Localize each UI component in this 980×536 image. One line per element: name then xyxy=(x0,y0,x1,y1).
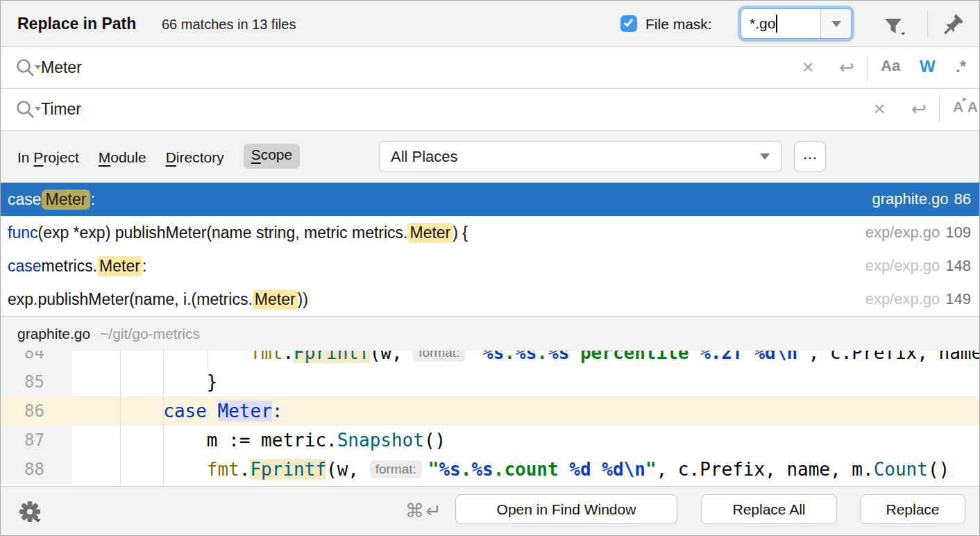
replace-icon[interactable] xyxy=(15,99,42,121)
code-token: %s xyxy=(548,351,569,363)
code-line[interactable]: 86 case Meter: xyxy=(1,396,979,426)
regex-toggle[interactable]: .* xyxy=(956,57,965,76)
result-text-segment: Meter xyxy=(253,290,298,310)
clear-replace-icon[interactable]: × xyxy=(874,98,885,120)
scope-option[interactable]: Module xyxy=(99,146,146,169)
result-location: exp/exp.go148 xyxy=(865,257,971,275)
code-text: } xyxy=(72,371,218,392)
code-token: . xyxy=(282,351,294,363)
code-line[interactable]: 88 fmt.Fprintf(w, format:"%s.%s.count %d… xyxy=(1,455,979,484)
result-file-name: exp/exp.go xyxy=(865,257,940,274)
results-list: case Meter:graphite.go86func (exp *exp) … xyxy=(1,183,979,316)
scope-options: In ProjectModuleDirectoryScope xyxy=(17,146,292,169)
result-text-segment: : xyxy=(90,190,94,209)
replace-row: × ↩ A▸A xyxy=(1,89,979,131)
search-row: × ↩ Aa W .* xyxy=(1,47,979,89)
line-number: 88 xyxy=(1,455,72,484)
search-icon[interactable] xyxy=(15,57,42,79)
preview-header: graphite.go ~/git/go-metrics xyxy=(1,316,979,351)
file-mask-value[interactable]: *.go xyxy=(741,9,820,38)
code-token xyxy=(76,371,207,392)
code-text: fmt.Fprintf(w, format:"%s.%s.count %d %d… xyxy=(72,459,949,480)
line-number: 86 xyxy=(1,396,72,426)
newline-icon[interactable]: ↩ xyxy=(839,56,854,78)
file-mask-combobox[interactable]: *.go xyxy=(741,8,852,39)
code-token: .count xyxy=(493,459,570,480)
search-result-row[interactable]: exp.publishMeter(name, i.(metrics.Meter)… xyxy=(1,283,979,316)
code-token: %s xyxy=(471,459,493,480)
code-token: , c.Prefix, name, m. xyxy=(657,459,874,480)
scope-option[interactable]: Scope xyxy=(244,144,301,169)
preview-file-name: graphite.go xyxy=(17,326,90,342)
replace-all-button[interactable]: Replace All xyxy=(701,494,837,524)
code-token xyxy=(76,430,207,451)
title-bar: Replace in Path 66 matches in 13 files F… xyxy=(1,1,979,47)
code-token: %s xyxy=(439,459,460,480)
code-token: () xyxy=(928,459,949,480)
result-location: exp/exp.go109 xyxy=(865,224,971,242)
pin-icon[interactable] xyxy=(939,10,967,38)
result-text-segment: : xyxy=(142,257,146,276)
code-token: \n xyxy=(776,351,797,363)
indent-guide xyxy=(120,351,121,486)
line-number: 84 xyxy=(1,351,72,367)
code-token: Count xyxy=(874,459,928,480)
filter-icon[interactable] xyxy=(881,13,906,38)
checkmark-icon xyxy=(624,17,634,26)
gear-icon[interactable] xyxy=(17,499,44,526)
search-result-row[interactable]: case metrics.Meter:exp/exp.go148 xyxy=(1,249,979,283)
code-token xyxy=(743,351,754,363)
code-token: (w, xyxy=(326,459,370,480)
scope-bar: In ProjectModuleDirectoryScope All Place… xyxy=(1,131,979,183)
indent-guide xyxy=(163,351,164,486)
search-result-row[interactable]: func (exp *exp) publishMeter(name string… xyxy=(1,216,979,249)
code-line[interactable]: 87 m := metric.Snapshot() xyxy=(1,426,979,455)
code-token: Meter xyxy=(218,401,272,421)
code-token: (w, xyxy=(370,351,414,363)
result-text-segment: metrics. xyxy=(42,257,98,276)
replace-input[interactable] xyxy=(41,89,735,130)
result-line-number: 86 xyxy=(954,190,971,208)
open-in-find-window-button[interactable]: Open in Find Window xyxy=(455,494,677,524)
result-text-segment: exp.publishMeter(name, i.(metrics. xyxy=(8,290,253,309)
text-caret xyxy=(776,15,777,33)
file-mask-dropdown-button[interactable] xyxy=(820,9,851,38)
code-token: fmt xyxy=(250,351,282,363)
code-token: " xyxy=(645,459,657,480)
preserve-case-toggle[interactable]: A▸A xyxy=(953,99,978,115)
newline-icon[interactable]: ↩ xyxy=(911,98,927,120)
result-file-name: exp/exp.go xyxy=(865,290,940,308)
result-text-segment: func xyxy=(8,224,37,242)
result-text-segment: Meter xyxy=(407,223,453,243)
search-result-row[interactable]: case Meter:graphite.go86 xyxy=(1,183,979,216)
result-text-segment: )) xyxy=(298,290,308,309)
code-token: fmt xyxy=(207,459,239,480)
scope-select[interactable]: All Places xyxy=(379,141,782,172)
match-case-toggle[interactable]: Aa xyxy=(881,57,900,75)
file-mask-label: File mask: xyxy=(645,16,712,33)
more-options-button[interactable]: … xyxy=(794,141,826,172)
code-line[interactable]: 84 fmt.Fprintf(w, format:"%s.%s.%s perce… xyxy=(1,351,979,367)
result-text-segment: case xyxy=(8,257,42,276)
preview-file-path: ~/git/go-metrics xyxy=(100,326,200,342)
code-token: , c.Prefix, name, key, v) xyxy=(809,351,979,363)
search-input[interactable] xyxy=(41,47,735,88)
code-token: Fprintf xyxy=(250,459,326,480)
code-token: " xyxy=(797,351,809,363)
code-token: format: xyxy=(370,460,422,478)
code-token: } xyxy=(207,371,218,392)
clear-search-icon[interactable]: × xyxy=(802,56,813,78)
scope-option[interactable]: In Project xyxy=(17,146,79,169)
result-line-number: 149 xyxy=(945,290,971,308)
scope-option[interactable]: Directory xyxy=(166,146,224,169)
code-line[interactable]: 85 } xyxy=(1,367,979,396)
code-token: %d xyxy=(602,459,623,480)
code-preview[interactable]: 84 fmt.Fprintf(w, format:"%s.%s.%s perce… xyxy=(1,351,979,486)
result-line-number: 109 xyxy=(945,224,971,241)
code-text: m := metric.Snapshot() xyxy=(72,430,446,451)
replace-button[interactable]: Replace xyxy=(860,494,965,524)
code-token: . xyxy=(461,459,472,480)
words-toggle[interactable]: W xyxy=(920,57,936,76)
file-mask-checkbox[interactable] xyxy=(620,15,637,32)
code-token: %d xyxy=(754,351,775,363)
